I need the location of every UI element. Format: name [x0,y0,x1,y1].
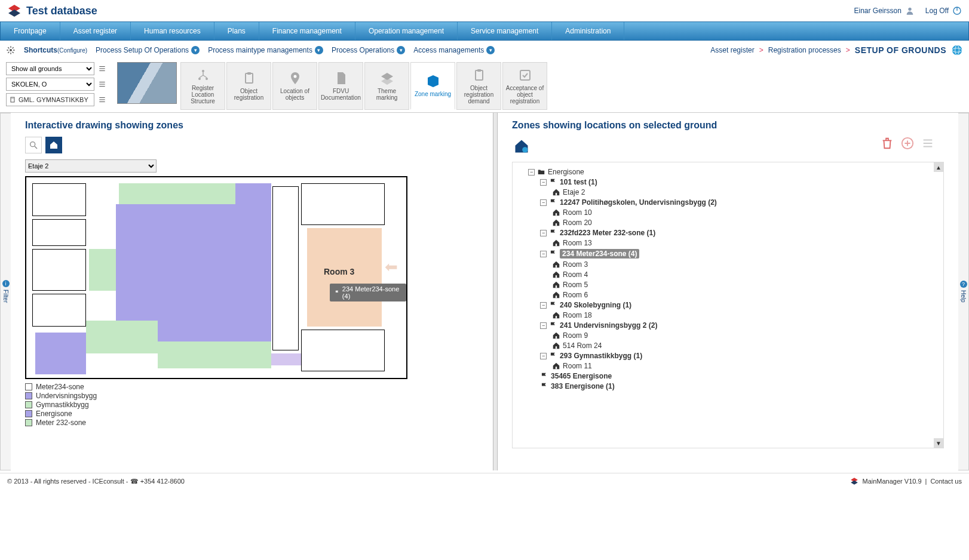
right-panel-title: Zones showing locations on selected grou… [512,120,944,131]
delete-icon[interactable] [881,137,894,150]
expander-icon[interactable]: − [540,322,547,329]
gear-icon[interactable] [6,45,16,55]
action-tile[interactable]: Register Location Structure [180,62,225,110]
room-outline[interactable] [301,330,385,371]
tree-node[interactable]: Room 6 [552,291,940,299]
legend-swatch [25,392,32,399]
zone-gymnastikkbygg-2[interactable] [89,249,116,291]
zone-energisone-1[interactable] [35,333,86,374]
main-nav-item[interactable]: Plans [214,22,259,40]
tree-node[interactable]: −12247 Politihøgskolen, Undervisningsbyg… [540,198,940,207]
tree-node[interactable]: Room 20 [552,219,940,227]
main-nav-item[interactable]: Human resources [131,22,214,40]
tree-node[interactable]: −240 Skolebygning (1) [540,301,940,309]
action-tile[interactable]: Object registration demand [456,62,501,110]
expander-icon[interactable]: − [540,179,547,186]
process-link[interactable]: Process maintype managements▾ [208,46,323,54]
filter-side-tab[interactable]: i Filter [0,113,11,470]
action-tile[interactable]: FDVU Documentation [318,62,363,110]
menu-icon[interactable] [921,137,934,150]
tree-node[interactable]: Room 13 [552,239,940,247]
legend-row: Meter 232-sone [25,419,479,427]
action-tile[interactable]: Acceptance of object registration [502,62,547,110]
main-nav-item[interactable]: Operation management [355,22,458,40]
expander-icon[interactable]: − [540,251,547,257]
main-nav-item[interactable]: Asset register [60,22,131,40]
tree-node[interactable]: 514 Rom 24 [552,341,940,350]
zone-gymnastikkbygg-3[interactable] [86,321,158,353]
main-nav-item[interactable]: Administration [552,22,624,40]
crumb-registration-processes[interactable]: Registration processes [768,46,841,54]
house-pin-icon[interactable] [512,137,531,156]
room-outline[interactable] [32,183,86,216]
zone-undervisningsbygg-2[interactable] [235,183,271,350]
tree-node[interactable]: Room 3 [552,260,940,269]
help-side-tab[interactable]: ? Help [958,113,969,470]
chevron-down-icon: ▾ [397,46,405,54]
room-outline[interactable] [301,183,385,225]
crumb-asset-register[interactable]: Asset register [710,46,754,54]
configure-link[interactable]: (Configure) [57,47,87,54]
house-green-icon [552,208,560,217]
house-green-icon [552,219,560,227]
zone-energisone-2[interactable] [271,353,301,365]
floorplan[interactable]: Room 3 234 Meter234-sone (4) ⬅ [25,176,407,379]
tree-node[interactable]: −101 test (1) [540,178,940,186]
floor-select[interactable]: Etaje 2 [25,159,157,173]
tree-node[interactable]: Room 18 [552,311,940,319]
tree-node[interactable]: −293 Gymnastikkbygg (1) [540,352,940,360]
globe-icon[interactable] [951,44,963,56]
expander-icon[interactable]: − [540,230,547,236]
main-nav-item[interactable]: Frontpage [1,22,60,40]
tree-node[interactable]: Room 9 [552,331,940,340]
filter-list-icon[interactable] [97,63,108,74]
zone-gymnastikkbygg-4[interactable] [158,341,271,368]
user-menu[interactable]: Einar Geirsson [854,6,914,16]
splitter[interactable] [493,113,498,470]
scroll-down[interactable]: ▼ [934,438,943,448]
tree-root[interactable]: −Energisone [528,168,940,176]
main-nav-item[interactable]: Finance management [259,22,355,40]
action-tile[interactable]: Location of objects [272,62,317,110]
tree-node[interactable]: Etaje 2 [552,188,940,196]
chevron-down-icon: ▾ [315,46,323,54]
tree-node[interactable]: Room 4 [552,270,940,279]
process-link[interactable]: Process Setup Of Operations▾ [96,46,200,54]
room-outline[interactable] [32,294,86,327]
process-link[interactable]: Process Operations▾ [332,46,405,54]
search-zone-icon[interactable] [25,137,42,153]
house-view-icon[interactable] [45,137,62,153]
filter-school[interactable]: SKOLEN, O [6,78,94,91]
tree-node[interactable]: −232fd223 Meter 232-sone (1) [540,229,940,237]
room-outline[interactable] [32,219,86,246]
logoff-button[interactable]: Log Off [925,6,962,16]
filter-grounds[interactable]: Show all grounds [6,62,94,75]
expander-icon[interactable]: − [540,199,547,206]
tree-node[interactable]: Room 10 [552,208,940,217]
action-tile[interactable]: Zone marking [410,62,455,110]
tree-node[interactable]: 35465 Energisone [540,372,940,380]
tree-node[interactable]: Room 5 [552,281,940,289]
tree-node[interactable]: −234 Meter234-sone (4) [540,249,940,259]
add-icon[interactable] [901,137,914,150]
room-outline[interactable] [32,249,86,291]
main-nav-item[interactable]: Service management [458,22,552,40]
filter-list-icon-2[interactable] [97,79,108,90]
filter-building[interactable]: GML. GYMNASTIKKBY [6,93,94,106]
filter-list-icon-3[interactable] [97,94,108,105]
footer-contact-link[interactable]: Contact us [930,478,962,485]
zone-meter234[interactable] [307,228,382,327]
expander-icon[interactable]: − [540,353,547,359]
flag-blue-icon [540,382,548,390]
action-tile[interactable]: Object registration [226,62,271,110]
expander-icon[interactable]: − [540,302,547,309]
expander-icon[interactable]: − [528,169,535,176]
action-tile[interactable]: Theme marking [364,62,409,110]
scroll-up[interactable]: ▲ [934,162,943,172]
process-link[interactable]: Access managements▾ [413,46,495,54]
tree-node[interactable]: Room 11 [552,362,940,370]
legend-swatch [25,401,32,408]
room-outline[interactable] [272,186,299,350]
tree-node[interactable]: 383 Energisone (1) [540,382,940,390]
tree-node[interactable]: −241 Undervisningsbygg 2 (2) [540,321,940,330]
